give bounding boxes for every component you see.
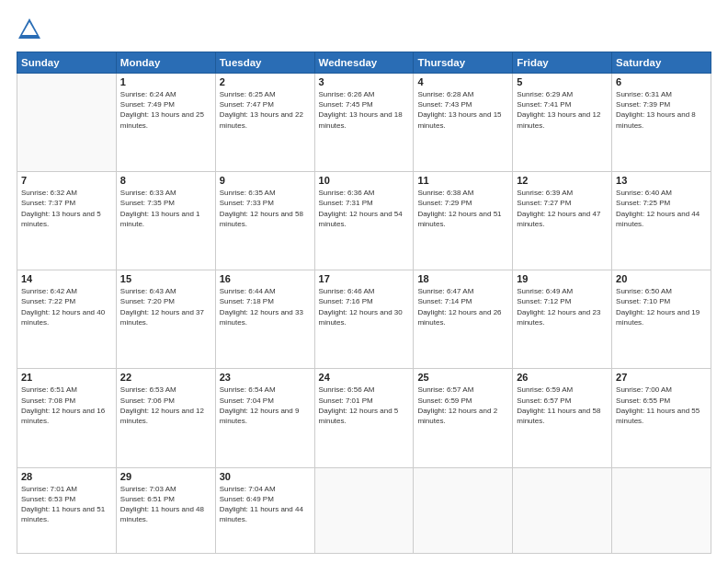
day-number: 4 xyxy=(417,76,508,87)
day-number: 5 xyxy=(517,76,608,87)
col-monday: Monday xyxy=(116,52,215,74)
day-info: Sunrise: 6:29 AMSunset: 7:41 PMDaylight:… xyxy=(517,89,608,131)
day-number: 8 xyxy=(120,175,211,186)
day-number: 13 xyxy=(616,175,707,186)
day-number: 27 xyxy=(616,372,707,383)
day-number: 11 xyxy=(417,175,508,186)
day-info: Sunrise: 6:59 AMSunset: 6:57 PMDaylight:… xyxy=(517,385,608,426)
day-info: Sunrise: 6:39 AMSunset: 7:27 PMDaylight:… xyxy=(517,188,608,229)
table-row: 18Sunrise: 6:47 AMSunset: 7:14 PMDayligh… xyxy=(414,270,513,369)
col-saturday: Saturday xyxy=(612,52,711,74)
top-section xyxy=(17,17,711,42)
table-row: 4Sunrise: 6:28 AMSunset: 7:43 PMDaylight… xyxy=(414,74,513,172)
table-row: 7Sunrise: 6:32 AMSunset: 7:37 PMDaylight… xyxy=(17,172,117,270)
table-row xyxy=(314,467,414,553)
day-number: 18 xyxy=(417,273,508,284)
table-row: 24Sunrise: 6:56 AMSunset: 7:01 PMDayligh… xyxy=(314,369,414,467)
table-row: 11Sunrise: 6:38 AMSunset: 7:29 PMDayligh… xyxy=(414,172,513,270)
day-info: Sunrise: 6:56 AMSunset: 7:01 PMDaylight:… xyxy=(319,385,410,426)
table-row: 19Sunrise: 6:49 AMSunset: 7:12 PMDayligh… xyxy=(513,270,612,369)
day-number: 9 xyxy=(220,175,311,186)
table-row: 6Sunrise: 6:31 AMSunset: 7:39 PMDaylight… xyxy=(612,74,711,172)
day-info: Sunrise: 6:49 AMSunset: 7:12 PMDaylight:… xyxy=(517,286,608,327)
table-row: 17Sunrise: 6:46 AMSunset: 7:16 PMDayligh… xyxy=(314,270,414,369)
day-number: 1 xyxy=(120,76,211,87)
table-row: 3Sunrise: 6:26 AMSunset: 7:45 PMDaylight… xyxy=(314,74,414,172)
day-info: Sunrise: 7:03 AMSunset: 6:51 PMDaylight:… xyxy=(120,484,211,525)
day-number: 20 xyxy=(616,273,707,284)
table-row: 1Sunrise: 6:24 AMSunset: 7:49 PMDaylight… xyxy=(116,74,215,172)
table-row: 26Sunrise: 6:59 AMSunset: 6:57 PMDayligh… xyxy=(513,369,612,467)
day-info: Sunrise: 6:53 AMSunset: 7:06 PMDaylight:… xyxy=(120,385,211,426)
day-number: 15 xyxy=(120,273,211,284)
table-row xyxy=(17,74,117,172)
table-row: 16Sunrise: 6:44 AMSunset: 7:18 PMDayligh… xyxy=(215,270,314,369)
day-info: Sunrise: 6:46 AMSunset: 7:16 PMDaylight:… xyxy=(319,286,410,327)
day-info: Sunrise: 6:44 AMSunset: 7:18 PMDaylight:… xyxy=(220,286,311,327)
table-row: 28Sunrise: 7:01 AMSunset: 6:53 PMDayligh… xyxy=(17,467,117,553)
table-row: 22Sunrise: 6:53 AMSunset: 7:06 PMDayligh… xyxy=(116,369,215,467)
day-number: 21 xyxy=(21,372,112,383)
day-number: 30 xyxy=(220,471,311,482)
day-info: Sunrise: 7:01 AMSunset: 6:53 PMDaylight:… xyxy=(21,484,112,525)
day-number: 19 xyxy=(517,273,608,284)
day-number: 16 xyxy=(220,273,311,284)
logo-icon xyxy=(17,17,42,42)
day-info: Sunrise: 6:25 AMSunset: 7:47 PMDaylight:… xyxy=(220,89,311,131)
day-number: 28 xyxy=(21,471,112,482)
col-tuesday: Tuesday xyxy=(215,52,314,74)
day-number: 25 xyxy=(417,372,508,383)
day-number: 14 xyxy=(21,273,112,284)
day-info: Sunrise: 7:00 AMSunset: 6:55 PMDaylight:… xyxy=(616,385,707,426)
table-row xyxy=(612,467,711,553)
day-number: 29 xyxy=(120,471,211,482)
table-row: 8Sunrise: 6:33 AMSunset: 7:35 PMDaylight… xyxy=(116,172,215,270)
day-number: 24 xyxy=(319,372,410,383)
table-row: 13Sunrise: 6:40 AMSunset: 7:25 PMDayligh… xyxy=(612,172,711,270)
day-number: 6 xyxy=(616,76,707,87)
day-number: 7 xyxy=(21,175,112,186)
day-info: Sunrise: 6:47 AMSunset: 7:14 PMDaylight:… xyxy=(417,286,508,327)
day-info: Sunrise: 6:36 AMSunset: 7:31 PMDaylight:… xyxy=(319,188,410,229)
calendar-table: Sunday Monday Tuesday Wednesday Thursday… xyxy=(17,52,711,554)
table-row: 29Sunrise: 7:03 AMSunset: 6:51 PMDayligh… xyxy=(116,467,215,553)
day-info: Sunrise: 6:28 AMSunset: 7:43 PMDaylight:… xyxy=(417,89,508,131)
day-number: 23 xyxy=(220,372,311,383)
day-number: 12 xyxy=(517,175,608,186)
col-friday: Friday xyxy=(513,52,612,74)
table-row: 27Sunrise: 7:00 AMSunset: 6:55 PMDayligh… xyxy=(612,369,711,467)
day-info: Sunrise: 6:51 AMSunset: 7:08 PMDaylight:… xyxy=(21,385,112,426)
table-row: 12Sunrise: 6:39 AMSunset: 7:27 PMDayligh… xyxy=(513,172,612,270)
logo xyxy=(17,17,46,42)
day-info: Sunrise: 6:33 AMSunset: 7:35 PMDaylight:… xyxy=(120,188,211,229)
day-number: 26 xyxy=(517,372,608,383)
page: Sunday Monday Tuesday Wednesday Thursday… xyxy=(0,0,728,563)
day-info: Sunrise: 6:38 AMSunset: 7:29 PMDaylight:… xyxy=(417,188,508,229)
table-row: 15Sunrise: 6:43 AMSunset: 7:20 PMDayligh… xyxy=(116,270,215,369)
col-wednesday: Wednesday xyxy=(314,52,414,74)
day-info: Sunrise: 6:50 AMSunset: 7:10 PMDaylight:… xyxy=(616,286,707,327)
table-row: 9Sunrise: 6:35 AMSunset: 7:33 PMDaylight… xyxy=(215,172,314,270)
day-number: 3 xyxy=(319,76,410,87)
table-row: 20Sunrise: 6:50 AMSunset: 7:10 PMDayligh… xyxy=(612,270,711,369)
table-row xyxy=(513,467,612,553)
day-number: 10 xyxy=(319,175,410,186)
table-row: 5Sunrise: 6:29 AMSunset: 7:41 PMDaylight… xyxy=(513,74,612,172)
table-row xyxy=(414,467,513,553)
day-info: Sunrise: 6:40 AMSunset: 7:25 PMDaylight:… xyxy=(616,188,707,229)
table-row: 23Sunrise: 6:54 AMSunset: 7:04 PMDayligh… xyxy=(215,369,314,467)
day-info: Sunrise: 6:54 AMSunset: 7:04 PMDaylight:… xyxy=(220,385,311,426)
col-sunday: Sunday xyxy=(17,52,117,74)
table-row: 14Sunrise: 6:42 AMSunset: 7:22 PMDayligh… xyxy=(17,270,117,369)
table-row: 21Sunrise: 6:51 AMSunset: 7:08 PMDayligh… xyxy=(17,369,117,467)
table-row: 25Sunrise: 6:57 AMSunset: 6:59 PMDayligh… xyxy=(414,369,513,467)
day-info: Sunrise: 6:43 AMSunset: 7:20 PMDaylight:… xyxy=(120,286,211,327)
day-info: Sunrise: 6:24 AMSunset: 7:49 PMDaylight:… xyxy=(120,89,211,131)
day-info: Sunrise: 6:57 AMSunset: 6:59 PMDaylight:… xyxy=(417,385,508,426)
day-info: Sunrise: 6:32 AMSunset: 7:37 PMDaylight:… xyxy=(21,188,112,229)
day-info: Sunrise: 6:31 AMSunset: 7:39 PMDaylight:… xyxy=(616,89,707,131)
day-info: Sunrise: 6:42 AMSunset: 7:22 PMDaylight:… xyxy=(21,286,112,327)
day-number: 17 xyxy=(319,273,410,284)
day-info: Sunrise: 6:35 AMSunset: 7:33 PMDaylight:… xyxy=(220,188,311,229)
day-info: Sunrise: 7:04 AMSunset: 6:49 PMDaylight:… xyxy=(220,484,311,525)
